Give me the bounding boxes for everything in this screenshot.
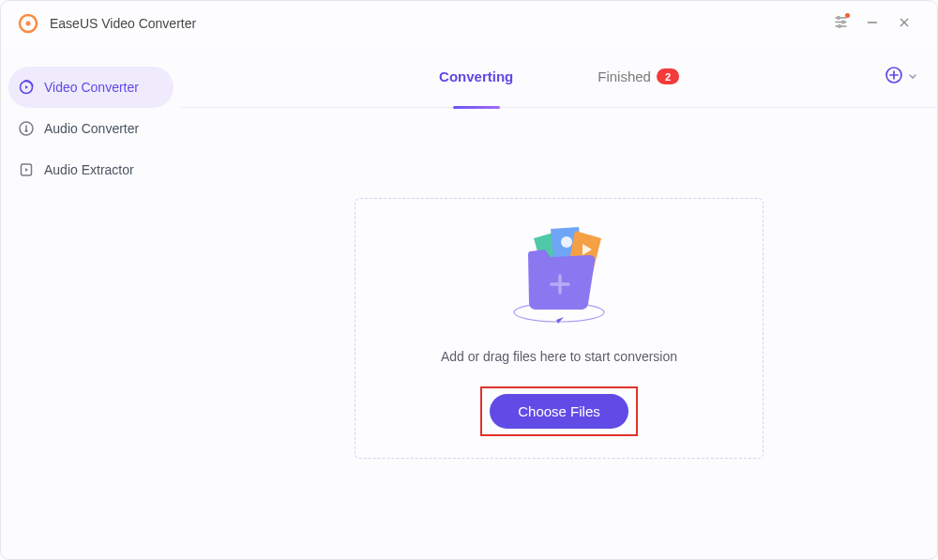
notification-dot xyxy=(845,13,850,18)
svg-point-3 xyxy=(837,16,840,19)
dropzone-hint: Add or drag files here to start conversi… xyxy=(441,349,677,364)
app-logo-icon xyxy=(18,13,38,34)
sidebar-item-label: Video Converter xyxy=(44,80,139,95)
choose-files-button[interactable]: Choose Files xyxy=(490,394,628,429)
svg-marker-21 xyxy=(556,317,564,324)
titlebar: EaseUS Video Converter xyxy=(1,1,937,46)
plus-circle-icon xyxy=(885,66,903,88)
sidebar-item-audio-extractor[interactable]: Audio Extractor xyxy=(8,149,174,190)
tab-finished[interactable]: Finished 2 xyxy=(598,46,679,108)
workspace: Add or drag files here to start conversi… xyxy=(181,108,937,559)
folder-illustration-icon xyxy=(489,214,629,336)
tab-label: Finished xyxy=(598,68,651,84)
sidebar-item-label: Audio Extractor xyxy=(44,162,134,177)
tab-label: Converting xyxy=(439,68,513,84)
tab-underline xyxy=(453,106,500,109)
video-converter-icon xyxy=(18,79,35,96)
close-icon xyxy=(899,15,910,32)
sidebar-item-audio-converter[interactable]: Audio Converter xyxy=(8,108,174,149)
svg-point-22 xyxy=(561,236,572,248)
add-button[interactable] xyxy=(885,66,903,88)
audio-converter-icon xyxy=(18,120,35,137)
choose-files-highlight: Choose Files xyxy=(480,386,638,436)
add-dropdown-button[interactable] xyxy=(907,68,918,85)
close-button[interactable] xyxy=(888,8,920,39)
settings-button[interactable] xyxy=(825,8,856,39)
sidebar: Video Converter Audio Converter Audio Ex… xyxy=(1,46,181,559)
sidebar-item-video-converter[interactable]: Video Converter xyxy=(8,67,174,108)
svg-point-1 xyxy=(26,22,31,26)
tab-converting[interactable]: Converting xyxy=(439,46,513,108)
svg-marker-16 xyxy=(25,168,28,172)
content-area: Converting Finished 2 xyxy=(181,46,937,559)
app-title: EaseUS Video Converter xyxy=(50,16,196,31)
tabs-row: Converting Finished 2 xyxy=(181,46,937,108)
svg-marker-12 xyxy=(25,85,28,89)
svg-point-5 xyxy=(841,21,844,23)
sidebar-item-label: Audio Converter xyxy=(44,121,139,136)
minimize-button[interactable] xyxy=(856,8,888,39)
audio-extractor-icon xyxy=(18,161,35,178)
svg-point-7 xyxy=(838,24,840,27)
svg-point-14 xyxy=(25,129,28,132)
dropzone[interactable]: Add or drag files here to start conversi… xyxy=(355,198,764,459)
minimize-icon xyxy=(867,15,878,32)
chevron-down-icon xyxy=(907,68,918,85)
finished-badge: 2 xyxy=(657,68,679,84)
